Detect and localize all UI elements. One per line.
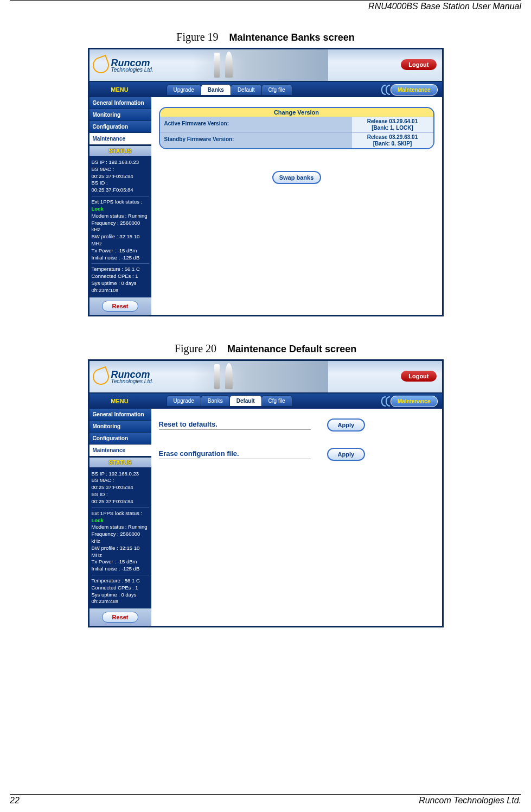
menu-label: MENU xyxy=(89,86,150,93)
app-header: Runcom Technologies Ltd. Logout xyxy=(89,361,442,394)
status-lock-label: Ext 1PPS lock status : xyxy=(92,199,142,205)
reset-area: Reset xyxy=(89,608,151,626)
erase-config-label: Erase configuration file. xyxy=(159,449,311,459)
logo: Runcom Technologies Ltd. xyxy=(93,57,153,73)
status-bs-id: BS ID : 00:25:37:F0:05:84 xyxy=(92,180,149,194)
apply-erase-button[interactable]: Apply xyxy=(327,448,366,461)
status-bs-mac: BS MAC : 00:25:37:F0:05:84 xyxy=(92,166,149,180)
standby-firmware-bank: [Bank: 0, SKIP] xyxy=(354,141,431,147)
status-modem: Modem status : Running xyxy=(92,524,149,531)
logout-button[interactable]: Logout xyxy=(401,59,436,70)
sidebar-item-monitoring[interactable]: Monitoring xyxy=(89,421,151,433)
sidebar-item-general[interactable]: General Information xyxy=(89,409,151,421)
figure20-window: Runcom Technologies Ltd. Logout MENU Upg… xyxy=(88,359,444,628)
logo-text: Runcom Technologies Ltd. xyxy=(111,58,153,73)
tab-banks[interactable]: Banks xyxy=(201,395,230,407)
status-panel: BS IP : 192.168.0.23 BS MAC : 00:25:37:F… xyxy=(89,467,151,609)
figure19-window: Runcom Technologies Ltd. Logout MENU Upg… xyxy=(88,48,444,316)
status-lock: Ext 1PPS lock status : Lock xyxy=(92,199,149,213)
sidebar: General Information Monitoring Configura… xyxy=(89,97,151,315)
doc-header: RNU4000BS Base Station User Manual xyxy=(10,0,521,11)
status-bs-ip: BS IP : 192.168.0.23 xyxy=(92,471,149,478)
logo: Runcom Technologies Ltd. xyxy=(93,369,153,385)
logo-sub: Technologies Ltd. xyxy=(111,67,153,73)
tab-cfg[interactable]: Cfg file xyxy=(261,84,292,96)
figure20-prefix: Figure 20 xyxy=(175,342,216,354)
tab-upgrade[interactable]: Upgrade xyxy=(167,395,201,407)
status-noise: Initial noise : -125 dB xyxy=(92,566,149,573)
sidebar: General Information Monitoring Configura… xyxy=(89,409,151,626)
menu-label: MENU xyxy=(89,398,150,404)
sidebar-item-general[interactable]: General Information xyxy=(89,97,151,109)
breadcrumb: Maintenance xyxy=(391,84,438,96)
status-divider xyxy=(92,196,149,196)
swap-banks-button[interactable]: Swap banks xyxy=(272,171,321,184)
status-bw: BW profile : 32:15 10 MHz xyxy=(92,233,149,248)
content-banks: Change Version Active Firmware Version: … xyxy=(151,97,442,315)
doc-header-title: RNU4000BS Base Station User Manual xyxy=(368,2,521,11)
sidebar-item-configuration[interactable]: Configuration xyxy=(89,121,151,133)
tab-upgrade[interactable]: Upgrade xyxy=(167,84,201,96)
sidebar-item-configuration[interactable]: Configuration xyxy=(89,433,151,445)
logout-button[interactable]: Logout xyxy=(401,371,436,382)
logo-icon xyxy=(90,55,111,75)
apply-reset-button[interactable]: Apply xyxy=(327,418,366,432)
active-firmware-label: Active Firmware Version: xyxy=(160,117,352,132)
tab-group: Upgrade Banks Default Cfg file xyxy=(167,395,292,407)
status-divider xyxy=(92,263,149,264)
reset-button[interactable]: Reset xyxy=(102,301,139,312)
figure20-caption: Figure 20 Maintenance Default screen xyxy=(0,342,531,355)
standby-firmware-label: Standby Firmware Version: xyxy=(160,133,352,148)
status-divider xyxy=(92,575,149,575)
status-modem: Modem status : Running xyxy=(92,213,149,220)
figure19-title: Maintenance Banks screen xyxy=(229,32,355,43)
standby-firmware-release: Release 03.29.63.01 xyxy=(354,134,431,141)
figure19-caption: Figure 19 Maintenance Banks screen xyxy=(0,31,531,43)
status-heading: STATUS xyxy=(89,145,151,156)
tab-row: MENU Upgrade Banks Default Cfg file Main… xyxy=(89,394,442,409)
standby-firmware-value: Release 03.29.63.01 [Bank: 0, SKIP] xyxy=(352,133,433,148)
status-temp: Temperature : 56.1 C xyxy=(92,266,149,273)
status-heading: STATUS xyxy=(89,456,151,467)
sidebar-item-maintenance[interactable]: Maintenance xyxy=(89,445,151,456)
figure19-prefix: Figure 19 xyxy=(176,31,218,43)
standby-firmware-row: Standby Firmware Version: Release 03.29.… xyxy=(160,132,433,148)
status-tx: Tx Power : -15 dBm xyxy=(92,248,149,255)
header-photo xyxy=(193,361,328,392)
breadcrumb: Maintenance xyxy=(391,396,438,407)
status-lock-value: Lock xyxy=(92,206,104,212)
content-default: Reset to defaults. Apply Erase configura… xyxy=(151,409,442,626)
logo-text: Runcom Technologies Ltd. xyxy=(111,369,153,384)
status-temp: Temperature : 56.1 C xyxy=(92,578,149,585)
tab-banks[interactable]: Banks xyxy=(201,84,231,96)
status-divider xyxy=(92,507,149,508)
app-header: Runcom Technologies Ltd. Logout xyxy=(89,49,442,82)
status-uptime: Sys uptime : 0 days 0h:23m:48s xyxy=(92,592,149,606)
status-lock-value: Lock xyxy=(92,517,104,523)
status-lock-label: Ext 1PPS lock status : xyxy=(92,510,142,516)
active-firmware-release: Release 03.29.64.01 xyxy=(354,118,431,125)
reset-button[interactable]: Reset xyxy=(102,612,139,623)
status-freq: Frequency : 2560000 kHz xyxy=(92,220,149,234)
status-panel: BS IP : 192.168.0.23 BS MAC : 00:25:37:F… xyxy=(89,156,151,297)
status-bs-ip: BS IP : 192.168.0.23 xyxy=(92,159,149,166)
tab-default[interactable]: Default xyxy=(231,84,262,96)
change-version-heading: Change Version xyxy=(160,108,433,117)
status-uptime: Sys uptime : 0 days 0h:23m:10s xyxy=(92,280,149,294)
sidebar-item-maintenance[interactable]: Maintenance xyxy=(89,133,151,145)
status-bs-mac: BS MAC : 00:25:37:F0:05:84 xyxy=(92,477,149,491)
figure20-title: Maintenance Default screen xyxy=(227,344,356,354)
status-bs-id: BS ID : 00:25:37:F0:05:84 xyxy=(92,491,149,505)
status-lock: Ext 1PPS lock status : Lock xyxy=(92,510,149,524)
reset-defaults-label: Reset to defaults. xyxy=(159,420,311,430)
sidebar-item-monitoring[interactable]: Monitoring xyxy=(89,109,151,121)
app-body: General Information Monitoring Configura… xyxy=(89,97,442,315)
status-cpes: Connected CPEs : 1 xyxy=(92,273,149,280)
erase-config-row: Erase configuration file. Apply xyxy=(159,448,434,461)
reset-defaults-row: Reset to defaults. Apply xyxy=(159,418,434,432)
status-bw: BW profile : 32:15 10 MHz xyxy=(92,545,149,559)
reset-area: Reset xyxy=(89,297,151,315)
tab-cfg[interactable]: Cfg file xyxy=(261,395,292,407)
tab-default[interactable]: Default xyxy=(229,395,262,407)
active-firmware-value: Release 03.29.64.01 [Bank: 1, LOCK] xyxy=(352,117,433,132)
